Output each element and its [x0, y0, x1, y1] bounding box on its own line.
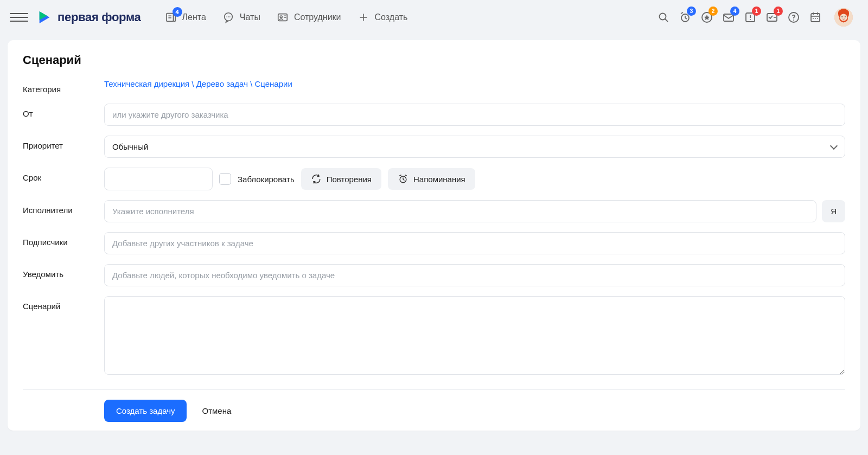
svg-point-40 — [845, 16, 846, 17]
row-executors: Исполнители Я — [23, 200, 845, 222]
breadcrumb-link[interactable]: Техническая дирекция \ Дерево задач \ Сц… — [104, 79, 845, 88]
svg-point-35 — [815, 18, 816, 19]
label-subscribers: Подписчики — [23, 232, 104, 247]
from-input[interactable] — [104, 104, 845, 126]
clock-badge: 3 — [687, 7, 696, 16]
repeat-button[interactable]: Повторения — [301, 168, 381, 190]
panel-footer: Создать задачу Отмена — [23, 389, 845, 422]
clock-button[interactable]: 3 — [678, 10, 692, 24]
nav-chats-label: Чаты — [240, 12, 260, 22]
svg-point-5 — [226, 16, 227, 17]
svg-point-9 — [280, 16, 282, 18]
calendar-icon — [809, 11, 822, 24]
svg-line-19 — [681, 12, 683, 14]
nav-create-label: Создать — [375, 12, 408, 22]
svg-rect-30 — [811, 14, 820, 22]
priority-select[interactable] — [104, 136, 845, 158]
app-header: первая форма Лента 4 Чаты Сотрудники Соз… — [0, 0, 868, 35]
label-category: Категория — [23, 79, 104, 94]
mail-badge: 4 — [730, 7, 739, 16]
favorites-badge: 2 — [709, 7, 718, 16]
plus-icon — [358, 11, 369, 23]
mail-button[interactable]: 4 — [722, 10, 736, 24]
logo[interactable]: первая форма — [37, 10, 141, 25]
svg-point-14 — [660, 14, 666, 20]
search-button[interactable] — [656, 10, 671, 24]
alert-button[interactable]: 1 — [743, 10, 757, 24]
svg-point-36 — [817, 18, 818, 19]
label-scenario: Сценарий — [23, 296, 104, 311]
reminder-button[interactable]: Напоминания — [388, 168, 475, 190]
executors-input[interactable] — [104, 200, 816, 222]
svg-line-43 — [403, 180, 405, 181]
row-deadline: Срок Заблокировать Повторения Напоминани… — [23, 168, 845, 190]
main-panel: Сценарий Категория Техническая дирекция … — [8, 40, 860, 431]
svg-point-29 — [793, 20, 794, 21]
logo-icon — [37, 10, 52, 25]
block-label[interactable]: Заблокировать — [238, 175, 295, 184]
chat-icon — [222, 11, 234, 23]
row-from: От — [23, 104, 845, 126]
help-icon — [787, 11, 800, 24]
svg-point-7 — [229, 16, 231, 17]
deadline-input[interactable] — [104, 168, 213, 190]
assign-me-button[interactable]: Я — [822, 200, 845, 222]
notify-input[interactable] — [104, 264, 845, 286]
nav-feed-badge: 4 — [173, 7, 182, 17]
calendar-button[interactable] — [808, 10, 822, 24]
favorites-button[interactable]: 2 — [700, 10, 714, 24]
tasks-badge: 1 — [774, 7, 783, 16]
block-checkbox[interactable] — [219, 173, 231, 185]
logo-text: первая форма — [58, 10, 141, 24]
label-notify: Уведомить — [23, 264, 104, 279]
row-scenario: Сценарий — [23, 296, 845, 376]
scenario-textarea[interactable] — [104, 296, 845, 375]
svg-point-38 — [840, 14, 847, 21]
svg-point-6 — [228, 16, 229, 17]
tasks-button[interactable]: 1 — [765, 10, 779, 24]
repeat-label: Повторения — [327, 175, 372, 184]
svg-point-39 — [841, 16, 843, 17]
page-title: Сценарий — [23, 53, 845, 67]
row-category: Категория Техническая дирекция \ Дерево … — [23, 79, 845, 94]
label-from: От — [23, 104, 104, 118]
header-icons: 3 2 4 1 1 — [656, 8, 853, 27]
nav-feed[interactable]: Лента 4 — [165, 11, 206, 23]
label-deadline: Срок — [23, 168, 104, 182]
svg-line-44 — [399, 175, 401, 176]
nav-employees-label: Сотрудники — [294, 12, 341, 22]
row-priority: Приоритет — [23, 136, 845, 158]
reminder-label: Напоминания — [413, 175, 465, 184]
employees-icon — [277, 11, 289, 23]
svg-line-18 — [685, 18, 687, 19]
svg-line-15 — [665, 19, 668, 22]
svg-point-34 — [813, 18, 814, 19]
reminder-icon — [398, 174, 409, 184]
nav-create[interactable]: Создать — [358, 11, 408, 23]
cancel-button[interactable]: Отмена — [196, 400, 237, 422]
main-nav: Лента 4 Чаты Сотрудники Создать — [165, 11, 408, 23]
label-executors: Исполнители — [23, 200, 104, 215]
row-subscribers: Подписчики — [23, 232, 845, 254]
menu-toggle[interactable] — [10, 8, 28, 27]
label-priority: Приоритет — [23, 136, 104, 150]
search-icon — [657, 11, 670, 24]
subscribers-input[interactable] — [104, 232, 845, 254]
nav-feed-label: Лента — [182, 12, 206, 22]
svg-rect-0 — [166, 14, 173, 22]
help-button[interactable] — [787, 10, 801, 24]
alert-badge: 1 — [752, 7, 761, 16]
user-avatar[interactable] — [834, 8, 853, 27]
svg-point-25 — [750, 19, 751, 20]
submit-button[interactable]: Создать задачу — [104, 400, 187, 422]
repeat-icon — [311, 174, 322, 184]
row-notify: Уведомить — [23, 264, 845, 286]
nav-chats[interactable]: Чаты — [222, 11, 260, 23]
svg-line-45 — [405, 175, 406, 176]
svg-rect-22 — [724, 14, 733, 21]
nav-employees[interactable]: Сотрудники — [277, 11, 341, 23]
